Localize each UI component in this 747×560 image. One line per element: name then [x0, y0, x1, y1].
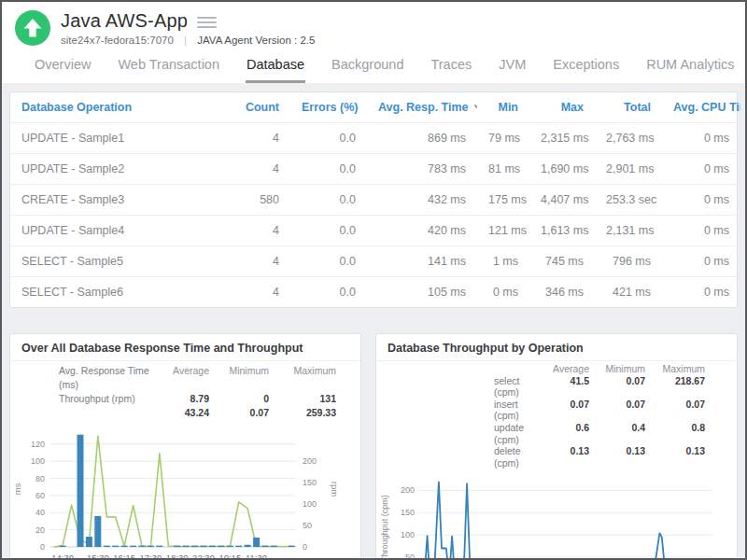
stats-value: 8.79: [155, 392, 209, 406]
svg-text:80: 80: [35, 474, 45, 483]
cell-errors: 0.0: [290, 185, 367, 216]
cell-total: 2,901 ms: [595, 154, 662, 185]
cell-errors: 0.0: [290, 246, 367, 277]
svg-text:200: 200: [401, 486, 415, 496]
column-header-min[interactable]: Min: [477, 92, 529, 123]
chart-title: Over All Database Response Time and Thro…: [10, 334, 360, 361]
response-throughput-chart: 02040608010012005010015020014:3015:3016:…: [10, 422, 360, 560]
separator: |: [184, 35, 187, 46]
cell-avg-resp-time: 869 ms: [367, 123, 477, 154]
cell-avg-resp-time: 105 ms: [367, 277, 477, 308]
cell-total: 2,131 ms: [595, 216, 662, 246]
cell-max: 2,315 ms: [529, 123, 595, 154]
tab-rum-analytics[interactable]: RUM Analytics: [645, 53, 735, 83]
cell-avg-cpu-time: 0 ms: [662, 123, 740, 154]
column-header-database-operation[interactable]: Database Operation: [10, 92, 233, 123]
table-row[interactable]: UPDATE - Sample240.0783 ms81 ms1,690 ms2…: [10, 154, 740, 185]
stats-value: 0.6: [535, 422, 589, 445]
stats-series-label: insert (cpm): [494, 399, 535, 422]
table-row[interactable]: SELECT - Sample640.0105 ms0 ms346 ms421 …: [10, 277, 740, 308]
cell-min: 175 ms: [477, 185, 529, 216]
stats-value: 0.4: [589, 422, 645, 445]
chart-panel-throughput-by-operation: Database Throughput by Operation Average…: [375, 333, 738, 560]
column-header-count[interactable]: Count: [233, 92, 290, 123]
cell-count: 4: [233, 216, 290, 246]
page-content: Database OperationCountErrors (%)Avg. Re…: [2, 83, 745, 560]
cell-max: 1,690 ms: [529, 154, 595, 185]
chart-title: Database Throughput by Operation: [376, 334, 737, 361]
tab-exceptions[interactable]: Exceptions: [552, 53, 620, 83]
tab-jvm[interactable]: JVM: [498, 53, 527, 83]
cell-min: 79 ms: [477, 123, 529, 154]
cell-count: 4: [233, 277, 290, 308]
stats-series-label: [494, 363, 535, 375]
table-body: UPDATE - Sample140.0869 ms79 ms2,315 ms2…: [10, 123, 740, 308]
svg-text:10:15: 10:15: [218, 553, 241, 560]
table-row[interactable]: CREATE - Sample35800.0432 ms175 ms4,407 …: [10, 185, 740, 216]
table-header: Database OperationCountErrors (%)Avg. Re…: [10, 92, 740, 123]
svg-text:100: 100: [401, 531, 415, 540]
tab-web-transaction[interactable]: Web Transaction: [117, 53, 220, 83]
svg-text:15:30: 15:30: [87, 553, 109, 560]
cell-database-operation: UPDATE - Sample4: [10, 216, 233, 246]
stats-column-header: Maximum: [645, 363, 705, 375]
cell-max: 745 ms: [529, 246, 595, 277]
cell-count: 4: [233, 246, 290, 277]
cell-avg-cpu-time: 0 ms: [662, 185, 740, 216]
tab-overview[interactable]: Overview: [34, 53, 92, 83]
cell-avg-cpu-time: 0 ms: [662, 246, 740, 277]
stats-value: 0.07: [645, 399, 705, 422]
stats-series-label: update (cpm): [494, 422, 535, 445]
tab-background[interactable]: Background: [331, 53, 404, 83]
cell-database-operation: SELECT - Sample6: [10, 277, 233, 308]
table-row[interactable]: SELECT - Sample540.0141 ms1 ms745 ms796 …: [10, 246, 740, 277]
stats-column-header: Maximum: [269, 364, 336, 392]
app-title: Java AWS-App: [61, 10, 188, 32]
svg-text:20: 20: [35, 525, 45, 535]
svg-text:200: 200: [303, 456, 317, 466]
tab-database[interactable]: Database: [246, 53, 305, 83]
cell-min: 121 ms: [477, 216, 529, 246]
table-row[interactable]: UPDATE - Sample140.0869 ms79 ms2,315 ms2…: [10, 123, 740, 154]
cell-avg-cpu-time: 0 ms: [662, 216, 740, 246]
column-header-total[interactable]: Total: [595, 92, 662, 123]
tab-bar: OverviewWeb TransactionDatabaseBackgroun…: [2, 46, 745, 83]
cell-errors: 0.0: [290, 154, 367, 185]
stats-column-header: Average: [155, 364, 209, 392]
cell-max: 4,407 ms: [529, 185, 595, 216]
svg-text:50: 50: [303, 521, 312, 530]
stats-value: 41.5: [535, 375, 589, 399]
database-operations-panel: Database OperationCountErrors (%)Avg. Re…: [9, 91, 738, 308]
cell-count: 4: [233, 123, 290, 154]
cell-database-operation: UPDATE - Sample1: [10, 123, 233, 154]
tab-traces[interactable]: Traces: [430, 53, 472, 83]
column-header-avg-cpu-time[interactable]: Avg. CPU Time: [662, 92, 740, 123]
stats-value: 218.67: [645, 375, 705, 399]
column-header-max[interactable]: Max: [529, 92, 595, 123]
cell-total: 2,763 ms: [595, 123, 662, 154]
svg-text:rpm: rpm: [330, 482, 339, 497]
stats-column-header: Average: [535, 363, 589, 375]
cell-avg-cpu-time: 0 ms: [662, 277, 740, 308]
menu-icon[interactable]: [197, 15, 217, 28]
cell-errors: 0.0: [290, 123, 367, 154]
svg-text:14:30: 14:30: [51, 553, 74, 560]
svg-text:40: 40: [35, 508, 45, 517]
chart-stats: AverageMinimumMaximumselect (cpm)41.50.0…: [494, 363, 705, 469]
cell-avg-resp-time: 141 ms: [367, 246, 477, 277]
table-row[interactable]: UPDATE - Sample440.0420 ms121 ms1,613 ms…: [10, 216, 740, 246]
svg-text:120: 120: [31, 440, 45, 449]
stats-value: 0.07: [209, 406, 269, 420]
cell-database-operation: CREATE - Sample3: [10, 185, 233, 216]
column-header-avg-resp-time[interactable]: Avg. Resp. Time: [367, 92, 477, 123]
app-status-icon: [15, 10, 50, 46]
stats-value: 43.24: [155, 406, 209, 420]
column-header-errors[interactable]: Errors (%): [290, 92, 367, 123]
cell-count: 4: [233, 154, 290, 185]
svg-text:16:15: 16:15: [113, 553, 135, 560]
svg-text:150: 150: [401, 509, 415, 518]
chart-panel-response-throughput: Over All Database Response Time and Thro…: [9, 333, 361, 560]
cell-total: 253.3 sec: [595, 185, 662, 216]
svg-text:ms: ms: [12, 483, 22, 495]
stats-series-label: [59, 406, 155, 420]
